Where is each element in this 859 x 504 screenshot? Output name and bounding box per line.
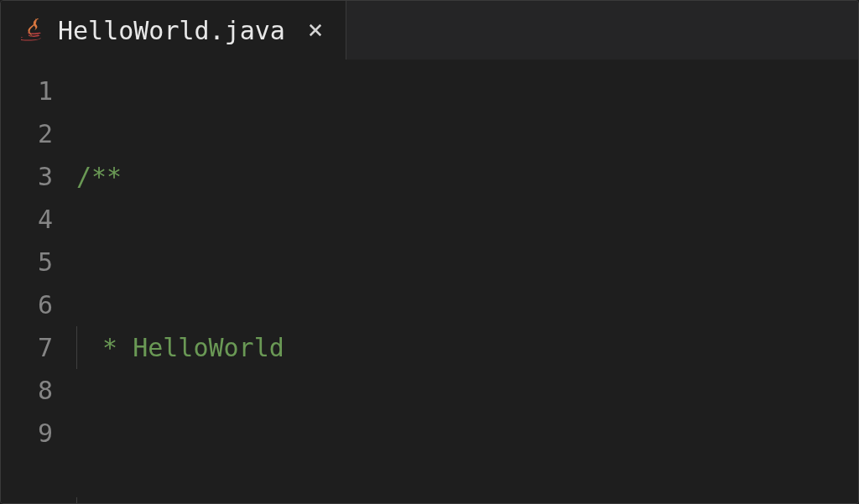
token-comment: * HelloWorld [87,326,284,369]
line-number: 5 [1,241,53,283]
token-comment: /** [76,155,122,198]
close-icon[interactable] [305,20,325,40]
token-comment: */ [87,497,133,504]
line-number: 3 [1,155,53,198]
line-number: 2 [1,112,53,155]
line-number: 4 [1,198,53,241]
code-line: * HelloWorld [76,326,858,369]
code-editor: HelloWorld.java 1 2 3 4 5 6 7 8 9 /** * … [0,0,859,504]
code-area[interactable]: 1 2 3 4 5 6 7 8 9 /** * HelloWorld */ pu… [1,60,858,504]
line-number: 7 [1,326,53,369]
code-content[interactable]: /** * HelloWorld */ public class HelloWo… [76,70,858,504]
code-line: /** [76,155,858,198]
line-number-gutter: 1 2 3 4 5 6 7 8 9 [1,70,76,504]
java-icon [21,18,44,42]
line-number: 9 [1,412,53,455]
tab-filename: HelloWorld.java [58,16,285,45]
tab-bar: HelloWorld.java [1,1,858,60]
code-line: */ [76,497,858,504]
line-number: 6 [1,283,53,326]
line-number: 8 [1,369,53,412]
file-tab[interactable]: HelloWorld.java [1,1,346,60]
line-number: 1 [1,70,53,112]
